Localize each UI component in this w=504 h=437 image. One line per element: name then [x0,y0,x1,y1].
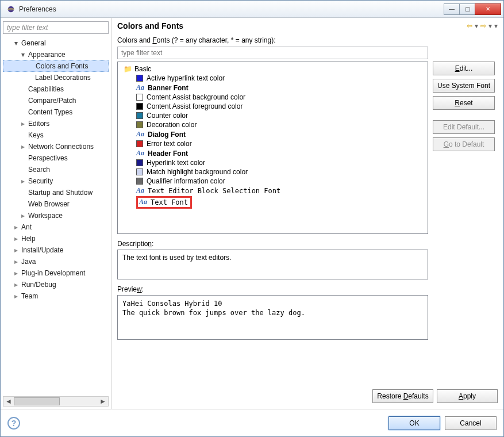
list-item[interactable]: Active hyperlink text color [120,74,425,83]
cancel-button[interactable]: Cancel [445,416,497,430]
list-item[interactable]: AaText Editor Block Selection Font [120,186,425,195]
titlebar: Preferences — ▢ ✕ [1,1,503,18]
tree-item-compare-patch[interactable]: Compare/Patch [3,95,109,106]
edit-default-button: Edit Default... [433,120,495,134]
restore-defaults-button[interactable]: Restore Defaults [372,389,433,403]
expand-icon[interactable] [13,222,19,232]
window-title: Preferences [19,5,444,13]
minimize-button[interactable]: — [444,3,460,15]
tree-item-search[interactable]: Search [3,164,109,175]
tree-item-install[interactable]: Install/Update [3,244,109,256]
list-item[interactable]: Qualifier information color [120,177,425,186]
tree-item-run-debug[interactable]: Run/Debug [3,279,109,290]
description-box: The text font is used by text editors. [117,250,428,279]
tree-item-startup[interactable]: Startup and Shutdow [3,187,109,198]
eclipse-icon [6,5,16,14]
list-item[interactable]: AaBanner Font [120,83,425,93]
tree-item-workspace[interactable]: Workspace [3,210,109,221]
list-item[interactable]: AaHeader Font [120,148,425,158]
tree-item-team[interactable]: Team [3,290,109,302]
category-tree[interactable]: General Appearance Colors and Fonts Labe… [3,37,109,394]
expand-icon[interactable] [117,65,119,73]
color-swatch-icon [136,121,143,128]
tree-item-general[interactable]: General [3,37,109,49]
tree-item-web-browser[interactable]: Web Browser [3,198,109,210]
tree-item-perspectives[interactable]: Perspectives [3,152,109,164]
list-item[interactable]: Error text color [120,139,425,148]
ok-button[interactable]: OK [388,416,440,430]
nav-back-menu-icon[interactable]: ▾ [475,22,478,30]
edit-button[interactable]: Edit... [433,62,495,75]
list-item[interactable]: Content Assist background color [120,93,425,102]
view-menu-icon[interactable]: ▾ [494,22,498,30]
list-item[interactable]: Counter color [120,111,425,120]
expand-icon[interactable] [13,245,19,255]
color-swatch-icon [136,103,143,110]
tree-item-network[interactable]: Network Connections [3,141,109,152]
tree-item-java[interactable]: Java [3,256,109,267]
font-icon: Aa [136,149,144,158]
list-item-label: Decoration color [147,121,197,129]
font-icon: Aa [136,186,144,195]
tree-item-capabilities[interactable]: Capabilities [3,83,109,95]
sidebar-hscrollbar[interactable]: ◄ ► [3,396,109,407]
tree-item-colors-fonts[interactable]: Colors and Fonts [3,60,109,72]
scroll-left-icon[interactable]: ◄ [3,397,14,405]
filter-hint: Colors and Fonts (? = any character, * =… [117,36,498,44]
use-system-font-button[interactable]: Use System Font [433,79,495,93]
list-item-label: Content Assist foreground color [147,102,243,110]
tree-group-basic[interactable]: 📁 Basic [120,64,425,74]
expand-icon[interactable] [20,49,26,60]
list-item[interactable]: AaDialog Font [120,129,425,139]
nav-forward-icon[interactable]: ⇨ [480,22,486,30]
expand-icon[interactable] [13,268,19,278]
colors-fonts-filter-input[interactable] [117,47,428,59]
tree-item-ant[interactable]: Ant [3,221,109,233]
list-item-label: Match highlight background color [147,168,248,176]
tree-item-plugin-dev[interactable]: Plug-in Development [3,267,109,279]
expand-icon[interactable] [13,233,19,244]
expand-icon[interactable] [20,141,26,152]
tree-item-help[interactable]: Help [3,233,109,244]
scroll-right-icon[interactable]: ► [98,397,108,405]
help-icon[interactable]: ? [7,417,20,430]
list-item[interactable]: Decoration color [120,120,425,129]
list-item-label: Text Font [151,198,188,206]
expand-icon[interactable] [13,256,19,267]
expand-icon[interactable] [13,279,19,290]
expand-icon[interactable] [20,118,26,129]
list-item-label: Text Editor Block Selection Font [148,187,280,195]
color-swatch-icon [136,168,143,175]
expand-icon[interactable] [20,210,26,221]
list-item[interactable]: Hyperlink text color [120,158,425,167]
expand-icon[interactable] [13,38,19,48]
tree-item-content-types[interactable]: Content Types [3,106,109,118]
list-item-label: Counter color [147,112,188,120]
description-label: Description: [117,240,498,248]
list-item[interactable]: Match highlight background color [120,167,425,177]
list-item[interactable]: Content Assist foreground color [120,102,425,111]
apply-button[interactable]: Apply [437,389,498,403]
close-button[interactable]: ✕ [475,3,501,15]
reset-button[interactable]: Reset [433,96,495,110]
page-title: Colors and Fonts [117,21,467,30]
scroll-thumb[interactable] [14,397,60,405]
tree-item-security[interactable]: Security [3,175,109,187]
preview-box: YaHei Consolas Hybrid 10 The quick brown… [117,295,428,340]
font-icon: Aa [139,198,147,206]
nav-back-icon[interactable]: ⇦ [467,22,472,30]
expand-icon[interactable] [13,291,19,301]
nav-forward-menu-icon[interactable]: ▾ [488,22,492,30]
maximize-button[interactable]: ▢ [459,3,475,15]
font-icon: Aa [136,130,144,139]
tree-item-keys[interactable]: Keys [3,129,109,141]
list-item-label: Error text color [147,140,192,148]
sidebar-filter-input[interactable] [3,21,109,34]
colors-fonts-tree[interactable]: 📁 Basic Active hyperlink text colorAaBan… [117,62,428,234]
folder-icon: 📁 [124,65,132,73]
list-item[interactable]: AaText Font [120,195,425,209]
tree-item-label-decorations[interactable]: Label Decorations [3,72,109,83]
tree-item-editors[interactable]: Editors [3,118,109,129]
expand-icon[interactable] [20,176,26,186]
tree-item-appearance[interactable]: Appearance [3,49,109,60]
